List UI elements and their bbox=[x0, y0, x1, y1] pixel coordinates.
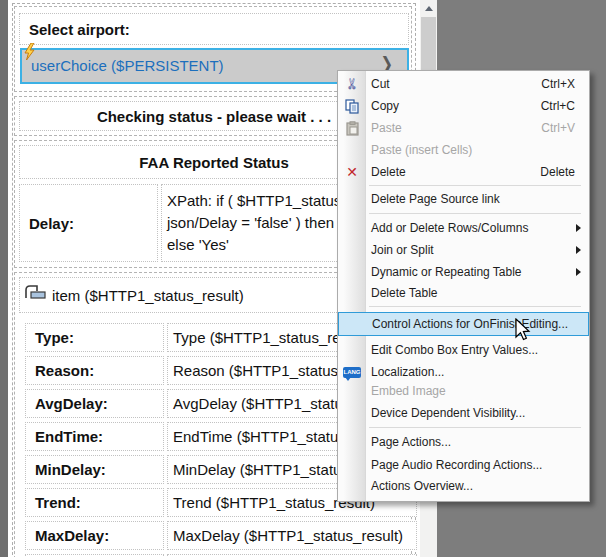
context-menu: ✄ CutCtrl+X CopyCtrl+C PasteCtrl+V Paste… bbox=[337, 70, 590, 502]
up-arrow-icon bbox=[425, 6, 433, 11]
submenu-arrow-icon bbox=[576, 268, 581, 276]
action-bolt-icon bbox=[23, 43, 36, 65]
row-label: AvgDelay: bbox=[26, 395, 108, 412]
menu-item-paste-insert-cells: Paste (insert Cells) bbox=[338, 139, 589, 161]
delay-label: Delay: bbox=[20, 215, 74, 232]
mouse-cursor-icon bbox=[514, 318, 534, 348]
row-label-cell[interactable]: Trend: bbox=[25, 488, 164, 517]
row-value: MaxDelay ($HTTP1_status_result) bbox=[168, 527, 403, 544]
menu-item-delete[interactable]: ✕ DeleteDelete bbox=[338, 161, 589, 183]
menu-item-delete-page-source-link[interactable]: Delete Page Source link bbox=[338, 188, 589, 210]
faa-title-text: FAA Reported Status bbox=[139, 154, 288, 171]
select-airport-label: Select airport: bbox=[20, 21, 130, 38]
menu-item-actions-overview[interactable]: Actions Overview... bbox=[338, 475, 589, 497]
row-label: Reason: bbox=[26, 362, 94, 379]
menu-item-delete-table[interactable]: Delete Table bbox=[338, 282, 589, 304]
menu-separator bbox=[369, 213, 581, 214]
row-label: Type: bbox=[26, 329, 74, 346]
xpath-line-1: XPath: if ( $HTTP1_status_ bbox=[167, 190, 350, 212]
menu-item-cut[interactable]: ✄ CutCtrl+X bbox=[338, 73, 589, 95]
menu-item-page-audio-recording-actions[interactable]: Page Audio Recording Actions... bbox=[338, 454, 589, 476]
row-label-cell[interactable]: MinDelay: bbox=[25, 455, 164, 484]
menu-item-copy[interactable]: CopyCtrl+C bbox=[338, 95, 589, 117]
menu-item-page-actions[interactable]: Page Actions... bbox=[338, 431, 589, 453]
menu-item-join-or-split[interactable]: Join or Split bbox=[338, 239, 589, 261]
row-label: Trend: bbox=[26, 494, 81, 511]
combobox-source-value: userChoice ($PERSISTENT) bbox=[31, 50, 224, 82]
xpath-line-2: json/Delay = 'false' ) then bbox=[167, 212, 334, 234]
copy-icon bbox=[342, 95, 362, 117]
scrollbar-up-arrow[interactable] bbox=[420, 0, 437, 16]
row-label: MinDelay: bbox=[26, 461, 106, 478]
menu-separator bbox=[369, 185, 581, 186]
menu-item-paste: PasteCtrl+V bbox=[338, 117, 589, 139]
xpath-line-3: else 'Yes' bbox=[167, 234, 229, 256]
row-label-cell[interactable]: MaxDelay: bbox=[25, 521, 164, 550]
checking-status-text: Checking status - please wait . . . bbox=[97, 108, 331, 125]
delay-label-cell[interactable]: Delay: bbox=[19, 184, 158, 262]
paste-icon bbox=[342, 117, 362, 139]
repeat-header-text: item ($HTTP1_status_result) bbox=[52, 287, 244, 304]
pane-left-edge bbox=[0, 0, 8, 557]
delete-x-icon: ✕ bbox=[342, 161, 362, 183]
row-value-cell[interactable]: MaxDelay ($HTTP1_status_result) bbox=[167, 521, 417, 550]
menu-item-add-delete-rows-columns[interactable]: Add or Delete Rows/Columns bbox=[338, 217, 589, 239]
scissors-icon: ✄ bbox=[342, 73, 362, 95]
submenu-arrow-icon bbox=[576, 224, 581, 232]
source-link-key-icon bbox=[22, 284, 48, 306]
row-label-cell[interactable]: Type: bbox=[25, 323, 164, 352]
menu-item-edit-combo-box-entry-values[interactable]: Edit Combo Box Entry Values... bbox=[338, 339, 589, 361]
menu-item-embed-image: Embed Image bbox=[338, 380, 589, 402]
menu-item-control-actions-onfinishediting[interactable]: Control Actions for OnFinishEditing... bbox=[338, 312, 589, 336]
menu-separator bbox=[369, 306, 581, 307]
row-label: EndTime: bbox=[26, 428, 103, 445]
submenu-arrow-icon bbox=[576, 246, 581, 254]
menu-item-device-dependent-visibility[interactable]: Device Dependent Visibility... bbox=[338, 402, 589, 424]
select-airport-cell[interactable]: Select airport: bbox=[19, 13, 409, 45]
row-label-cell[interactable]: EndTime: bbox=[25, 422, 164, 451]
row-label-cell[interactable]: AvgDelay: bbox=[25, 389, 164, 418]
row-label-cell[interactable]: Reason: bbox=[25, 356, 164, 385]
row-label: MaxDelay: bbox=[26, 527, 109, 544]
menu-separator bbox=[369, 427, 581, 428]
menu-item-dynamic-repeating-table[interactable]: Dynamic or Repeating Table bbox=[338, 261, 589, 283]
